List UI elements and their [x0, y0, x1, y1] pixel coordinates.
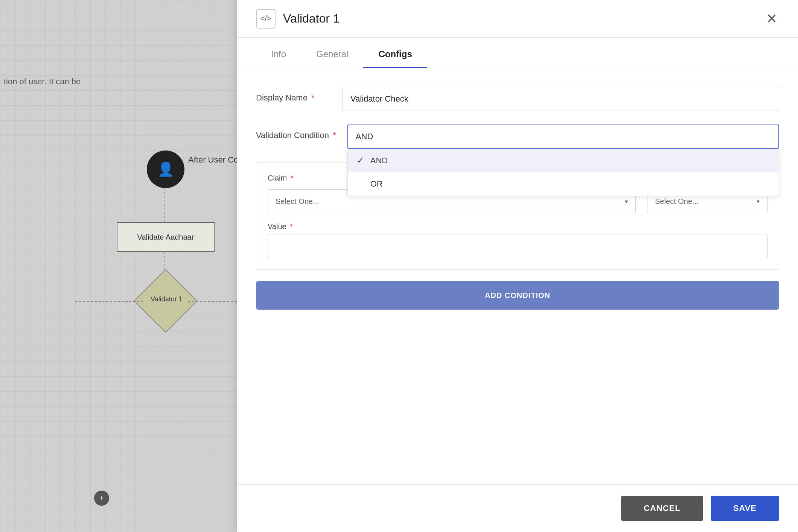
canvas-text: tion of user. It can be: [0, 73, 84, 90]
validator1-label: Validator 1: [151, 295, 183, 303]
value-row: Value *: [268, 222, 768, 258]
add-node-button[interactable]: +: [94, 491, 109, 506]
save-button[interactable]: SAVE: [711, 496, 779, 521]
flow-node-user: 👤: [147, 150, 184, 188]
panel-header: </> Validator 1 ✕: [237, 0, 798, 38]
required-star-display: *: [311, 93, 315, 102]
panel-body: Display Name * Validation Condition * AN…: [237, 68, 798, 484]
flow-connector-right: [188, 301, 237, 302]
check-icon: ✓: [357, 156, 366, 166]
after-user-label: After User Co: [188, 155, 237, 165]
dropdown-options-list: ✓ AND ✓ OR: [347, 149, 779, 196]
display-name-input[interactable]: [343, 87, 779, 111]
tabs-row: Info General Configs: [237, 38, 798, 68]
value-input[interactable]: [268, 234, 768, 258]
claim-chevron-down: ▾: [625, 198, 628, 205]
required-star-condition: *: [333, 131, 336, 140]
check-icon-or: ✓: [357, 179, 366, 189]
tab-info[interactable]: Info: [256, 38, 301, 68]
condition-chevron-down: ▾: [757, 198, 760, 205]
add-condition-button[interactable]: ADD CONDITION: [256, 281, 779, 310]
option-and[interactable]: ✓ AND: [348, 149, 779, 172]
validation-condition-select[interactable]: AND: [347, 125, 779, 149]
selected-value: AND: [356, 132, 373, 141]
code-icon-box: </>: [256, 9, 276, 29]
validate-aadhaar-node: Validate Aadhaar: [117, 222, 215, 252]
option-or[interactable]: ✓ OR: [348, 172, 779, 196]
code-icon: </>: [260, 14, 271, 23]
tab-general[interactable]: General: [301, 38, 363, 68]
close-button[interactable]: ✕: [764, 10, 779, 27]
config-panel: </> Validator 1 ✕ Info General Configs D…: [237, 0, 798, 532]
panel-header-left: </> Validator 1: [256, 9, 340, 29]
flow-connector-1: [164, 188, 165, 222]
canvas-background: tion of user. It can be 👤 After User Co …: [0, 0, 237, 532]
panel-footer: CANCEL SAVE: [237, 484, 798, 532]
validation-condition-row: Validation Condition * AND ✓ AND ✓ OR: [256, 125, 779, 149]
value-label: Value *: [268, 222, 768, 231]
plus-icon: +: [99, 494, 104, 503]
validation-condition-label: Validation Condition *: [256, 125, 336, 140]
required-star-claim: *: [291, 174, 294, 182]
close-icon: ✕: [766, 11, 777, 26]
person-icon: 👤: [157, 161, 174, 177]
cancel-button[interactable]: CANCEL: [621, 496, 703, 521]
flow-connector-left: [75, 301, 143, 302]
display-name-row: Display Name *: [256, 87, 779, 111]
validation-condition-dropdown-wrapper: AND ✓ AND ✓ OR: [347, 125, 779, 149]
required-star-value: *: [290, 222, 293, 231]
display-name-label: Display Name *: [256, 87, 331, 103]
tab-configs[interactable]: Configs: [363, 38, 427, 68]
panel-title: Validator 1: [283, 12, 340, 26]
